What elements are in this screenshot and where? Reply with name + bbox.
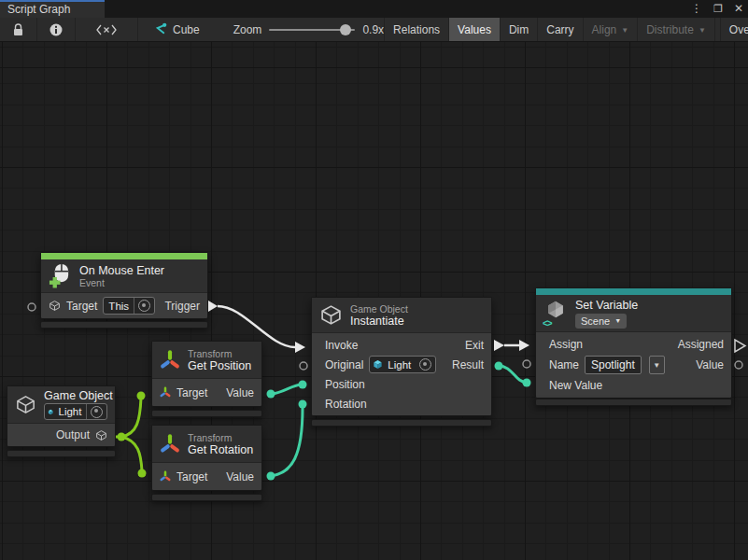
lock-icon [12,23,24,36]
toggle-carry[interactable]: Carry [537,18,582,41]
port-label-invoke: Invoke [325,339,358,352]
node-footer [151,410,262,417]
node-title: Game Object [44,389,107,402]
tab-script-graph[interactable]: Script Graph [0,0,105,18]
node-game-object[interactable]: Game Object Light Output [7,385,116,447]
unity-visual-scripting-window: { "window": { "tab_title": "Script Graph… [0,0,748,560]
window-menu-icon[interactable]: ⋮ [691,0,702,18]
transform-icon [160,470,171,483]
wire-result-to-newvalue [499,366,527,383]
transform-icon [160,386,171,399]
port-label-name: Name [549,358,579,371]
target-object-field[interactable]: This [103,297,155,315]
node-instantiate[interactable]: Game Object Instantiate Invoke Exit Orig… [311,297,492,416]
port-label-value: Value [226,386,254,399]
port-getrotation-value-out[interactable] [267,472,275,481]
inspect-button[interactable] [37,18,76,41]
port-exit-out[interactable] [494,340,504,351]
node-title: Get Position [188,359,251,372]
port-trigger-out[interactable] [208,301,218,312]
node-category: Transform [188,348,251,359]
align-dropdown[interactable]: Align▼ [583,18,638,41]
port-assigned-out[interactable] [735,340,745,352]
code-brackets-icon: <> [543,318,552,329]
node-footer [40,321,208,329]
node-on-mouse-enter[interactable]: On Mouse Enter Event Target This Trigger [40,252,208,319]
node-title: Get Rotation [188,443,253,456]
port-invoke-in[interactable] [295,342,305,353]
distribute-dropdown[interactable]: Distribute▼ [637,18,715,41]
port-result-out[interactable] [495,362,503,371]
port-label-rotation: Rotation [325,398,367,411]
wire-rotation [271,408,303,476]
original-object-field[interactable]: Light [369,356,436,373]
port-label-original: Original [325,358,363,371]
mouse-event-icon [49,263,72,288]
gameobject-cube-icon [15,393,36,416]
port-position-in[interactable] [299,381,307,389]
node-footer [7,450,116,457]
zoom-slider[interactable] [269,29,355,31]
object-picker-icon[interactable] [419,358,431,371]
zoom-value: 0.9x [362,23,384,36]
node-get-rotation[interactable]: Transform Get Rotation Target Value [151,425,262,491]
port-output-out[interactable] [118,433,126,441]
node-title: Instantiate [350,315,408,328]
transform-icon [160,433,180,455]
node-get-position[interactable]: Transform Get Position Target Value [151,341,262,407]
port-label-value: Value [696,358,724,371]
toggle-relations[interactable]: Relations [384,18,448,41]
event-accent-bar [41,253,207,259]
overview-button[interactable]: Overview [720,18,748,41]
maximize-icon[interactable]: ❐ [713,0,723,18]
port-label-output: Output [56,428,90,441]
port-label-value: Value [226,470,254,483]
variable-name-dropdown[interactable]: Spotlight [585,356,642,374]
toggle-dim[interactable]: Dim [500,18,537,41]
gameobject-field[interactable]: Light [44,403,107,420]
gameobject-cube-icon [49,300,61,312]
wire-position [271,385,302,394]
port-label-target: Target [66,300,97,313]
title-bar: Script Graph ⋮ ❐ ✕ [0,0,748,18]
variable-scope-dropdown[interactable]: Scene ▼ [575,314,627,329]
graph-toolbar: Cube Zoom 0.9x Relations Values Dim Carr… [0,18,748,42]
chevron-down-icon: ▼ [621,27,628,35]
light-object-icon [373,359,383,370]
node-set-variable[interactable]: <> Set Variable Scene ▼ Assign Assigned … [535,287,732,399]
code-preview-button[interactable] [76,18,138,41]
port-label-result: Result [452,358,484,371]
port-label-position: Position [325,378,365,391]
port-onmouseenter-target-in[interactable] [28,303,35,311]
lock-button[interactable] [0,18,37,41]
port-getposition-value-out[interactable] [267,390,275,399]
gameobject-cube-icon [95,429,107,441]
port-label-target: Target [176,470,207,483]
port-label-trigger: Trigger [164,300,200,313]
port-rotation-in[interactable] [299,400,307,409]
port-label-exit: Exit [465,339,484,352]
zoom-slider-handle[interactable] [340,24,351,35]
node-category: Transform [188,432,253,443]
object-picker-icon[interactable] [91,406,103,418]
object-picker-icon[interactable] [138,300,150,312]
node-category: Game Object [350,303,408,315]
port-label-assigned: Assigned [678,338,724,351]
script-graph-icon [153,22,167,36]
node-subtitle: Event [79,277,164,288]
port-label-assign: Assign [549,338,583,351]
code-icon [96,24,117,35]
toggle-values[interactable]: Values [448,18,500,41]
port-newvalue-in[interactable] [523,379,531,387]
graph-canvas[interactable]: On Mouse Enter Event Target This Trigger [0,42,748,560]
port-assign-in[interactable] [519,340,529,351]
variable-name-dropdown-arrow[interactable]: ▼ [649,356,665,374]
port-original-in[interactable] [300,362,307,370]
port-value-out[interactable] [735,361,742,369]
gameobject-cube-icon [319,303,343,327]
port-name-in[interactable] [523,360,530,368]
close-icon[interactable]: ✕ [734,0,743,18]
port-getposition-target-in[interactable] [137,392,146,400]
port-getrotation-target-in[interactable] [138,469,147,478]
node-footer [311,419,492,427]
